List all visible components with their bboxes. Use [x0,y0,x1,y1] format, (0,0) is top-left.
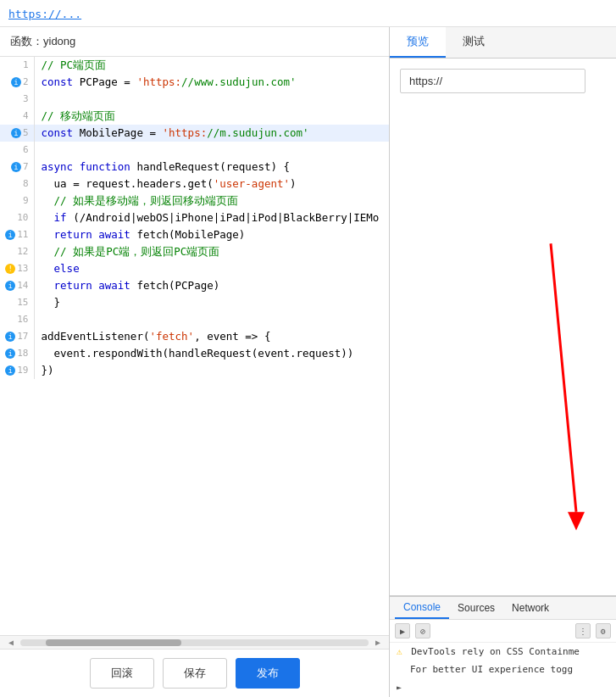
scroll-track[interactable] [20,639,369,646]
scroll-right-arrow[interactable]: ▶ [372,638,384,647]
line-number: 4 [23,110,29,121]
line-gutter: i17 [0,328,34,345]
warning-icon: ⚠ [397,646,402,657]
line-number: 14 [17,280,28,291]
line-number: 6 [23,144,29,155]
line-gutter: 12 [0,243,34,260]
line-number: 15 [17,297,28,308]
info-icon: i [11,77,21,87]
line-gutter: 10 [0,209,34,226]
line-number: 16 [17,314,28,325]
code-line-content: ua = request.headers.get('user-agent') [34,176,389,192]
code-line-content: async function handleRequest(request) { [34,159,389,176]
scroll-left-arrow[interactable]: ◀ [5,638,17,647]
code-line-content: if (/Android|webOS|iPhone|iPad|iPod|Blac… [34,209,389,226]
info-icon: i [11,162,21,172]
save-button[interactable]: 保存 [163,658,227,689]
warn-icon: ! [5,264,15,274]
code-line-content [34,311,389,328]
info-icon: i [5,230,15,240]
url-input[interactable] [400,69,585,93]
line-gutter: i18 [0,345,34,362]
devtools-toolbar: ▶ ⊘ ⋮ ⚙ [390,620,616,643]
main-container: 函数：yidong 1// PC端页面i2const PCPage = 'htt… [0,27,616,697]
scrollbar-area: ◀ ▶ [0,635,389,649]
top-link[interactable]: https://... [8,8,81,20]
function-label: 函数：yidong [10,35,75,47]
devtools-tabs: Console Sources Network [390,597,616,620]
info-icon: i [11,128,21,138]
code-line-content: return await fetch(MobilePage) [34,226,389,243]
line-number: 8 [23,178,29,189]
clear-icon[interactable]: ⊘ [415,623,430,638]
code-line-content: // 如果是移动端，则返回移动端页面 [34,192,389,209]
line-gutter: i5 [0,125,34,142]
info-icon: i [5,332,15,342]
line-number: 17 [17,331,28,342]
code-line-content: return await fetch(PCPage) [34,277,389,294]
line-number: 19 [17,365,28,376]
code-line-content [34,91,389,108]
line-number: 1 [23,59,29,70]
line-gutter: i14 [0,277,34,294]
code-line-content: // 移动端页面 [34,108,389,125]
line-number: 11 [17,229,28,240]
info-icon: i [5,281,15,291]
filter-icon[interactable]: ▶ [395,623,410,638]
preview-tabs: 预览 测试 [390,27,616,59]
line-gutter: 4 [0,108,34,125]
line-number: 2 [23,76,29,87]
more-icon[interactable]: ⋮ [575,623,591,638]
arrow-overlay [390,59,616,595]
line-gutter: i7 [0,159,34,176]
line-number: 18 [17,348,28,359]
svg-line-0 [551,243,576,512]
line-number: 3 [23,93,29,104]
function-header: 函数：yidong [0,27,389,57]
button-bar: 回滚 保存 发布 [0,649,389,697]
devtools-tab-console[interactable]: Console [395,597,449,619]
line-gutter: i19 [0,362,34,379]
code-line-content: addEventListener('fetch', event => { [34,328,389,345]
info-icon: i [5,365,15,376]
scroll-thumb [46,639,181,646]
line-gutter: 1 [0,57,34,74]
line-number: 12 [17,246,28,257]
rollback-button[interactable]: 回滚 [90,658,154,689]
line-number: 5 [23,127,29,138]
preview-content [390,59,616,595]
tab-preview[interactable]: 预览 [390,27,446,58]
tab-test[interactable]: 测试 [446,27,502,58]
devtools-info-message: For better UI experience togg [390,661,616,678]
code-line-content: else [34,260,389,277]
code-line-content: // 如果是PC端，则返回PC端页面 [34,243,389,260]
code-line-content: event.respondWith(handleRequest(event.re… [34,345,389,362]
devtools-warning-message: ⚠ DevTools rely on CSS Containme [390,643,616,661]
devtools-expand[interactable]: ► [390,678,616,696]
devtools-panel: Console Sources Network ▶ ⊘ ⋮ ⚙ ⚠ DevToo… [390,595,616,697]
devtools-tab-sources[interactable]: Sources [449,598,503,618]
line-gutter: 3 [0,91,34,108]
code-table: 1// PC端页面i2const PCPage = 'https://www.s… [0,57,389,379]
publish-button[interactable]: 发布 [236,658,300,689]
code-line-content: }) [34,362,389,379]
code-panel: 函数：yidong 1// PC端页面i2const PCPage = 'htt… [0,27,390,697]
expand-icon[interactable]: ► [397,683,402,692]
line-gutter: 8 [0,176,34,192]
code-line-content: const MobilePage = 'https://m.sudujun.co… [34,125,389,142]
code-line-content: } [34,294,389,311]
line-gutter: i2 [0,74,34,91]
svg-marker-1 [568,512,585,531]
code-area[interactable]: 1// PC端页面i2const PCPage = 'https://www.s… [0,57,389,635]
settings-icon[interactable]: ⚙ [596,623,611,638]
right-panel: 预览 测试 Console [390,27,616,697]
line-number: 9 [23,195,29,206]
devtools-tab-network[interactable]: Network [503,598,558,618]
line-gutter: i11 [0,226,34,243]
line-number: 7 [23,161,29,172]
line-number: 13 [17,263,28,274]
line-gutter: 6 [0,142,34,159]
line-gutter: 9 [0,192,34,209]
code-line-content: // PC端页面 [34,57,389,74]
line-number: 10 [17,212,28,223]
